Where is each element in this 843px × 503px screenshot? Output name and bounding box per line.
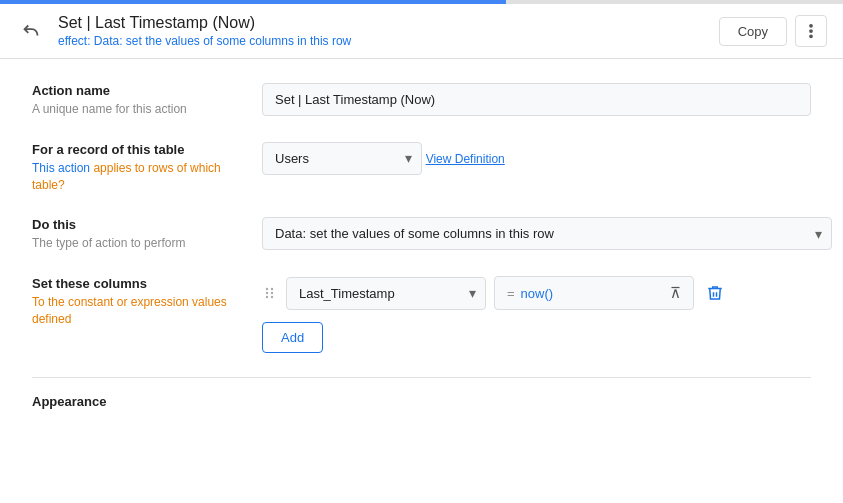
do-this-label: Do this <box>32 217 242 232</box>
add-column-button[interactable]: Add <box>262 322 323 353</box>
action-name-row: Action name A unique name for this actio… <box>32 83 811 118</box>
table-select-wrapper: Users Orders Products ▾ <box>262 142 422 175</box>
set-columns-label-col: Set these columns To the constant or exp… <box>32 276 262 328</box>
column-entry-row: Last_Timestamp ▾ = now() ⊼ <box>262 276 811 310</box>
do-this-label-col: Do this The type of action to perform <box>32 217 262 252</box>
appearance-section: Appearance <box>32 377 811 409</box>
header-subtitle: effect: Data: set the values of some col… <box>58 34 351 48</box>
header-left: Set | Last Timestamp (Now) effect: Data:… <box>16 14 351 48</box>
expression-editor-icon[interactable]: ⊼ <box>670 284 681 302</box>
svg-point-5 <box>266 296 268 298</box>
set-columns-label: Set these columns <box>32 276 242 291</box>
copy-button[interactable]: Copy <box>719 17 787 46</box>
svg-point-7 <box>271 292 273 294</box>
svg-point-8 <box>271 296 273 298</box>
for-record-row: For a record of this table This action a… <box>32 142 811 194</box>
header-title-group: Set | Last Timestamp (Now) effect: Data:… <box>58 14 351 48</box>
table-select[interactable]: Users Orders Products <box>262 142 422 175</box>
main-content: Action name A unique name for this actio… <box>0 59 843 492</box>
equals-sign: = <box>507 286 515 301</box>
svg-point-6 <box>271 288 273 290</box>
column-select-wrapper: Last_Timestamp ▾ <box>286 277 486 310</box>
action-name-control <box>262 83 811 116</box>
do-this-select[interactable]: Data: set the values of some columns in … <box>262 217 832 250</box>
view-definition-link[interactable]: View Definition <box>426 152 505 166</box>
more-button[interactable] <box>795 15 827 47</box>
for-record-control: Users Orders Products ▾ View Definition <box>262 142 811 175</box>
svg-point-0 <box>810 25 812 27</box>
action-name-description: A unique name for this action <box>32 101 242 118</box>
drag-handle-icon[interactable] <box>262 285 278 301</box>
svg-point-1 <box>810 30 812 32</box>
action-name-label-col: Action name A unique name for this actio… <box>32 83 262 118</box>
set-columns-description: To the constant or expression values def… <box>32 294 242 328</box>
for-record-description: This action applies to rows of which tab… <box>32 160 242 194</box>
expression-field: = now() ⊼ <box>494 276 694 310</box>
for-record-label-col: For a record of this table This action a… <box>32 142 262 194</box>
expression-value[interactable]: now() <box>521 286 554 301</box>
column-select[interactable]: Last_Timestamp <box>286 277 486 310</box>
do-this-select-wrapper: Data: set the values of some columns in … <box>262 217 832 250</box>
for-record-label: For a record of this table <box>32 142 242 157</box>
back-icon[interactable] <box>16 16 46 46</box>
delete-column-button[interactable] <box>702 280 728 306</box>
svg-point-3 <box>266 288 268 290</box>
header-title: Set | Last Timestamp (Now) <box>58 14 351 32</box>
action-name-input[interactable] <box>262 83 811 116</box>
appearance-title: Appearance <box>32 394 811 409</box>
header-right: Copy <box>719 15 827 47</box>
set-columns-control: Last_Timestamp ▾ = now() ⊼ <box>262 276 811 353</box>
set-columns-desc-text: To the constant or expression values def… <box>32 295 227 326</box>
do-this-row: Do this The type of action to perform Da… <box>32 217 811 252</box>
for-record-desc-action: This action <box>32 161 90 175</box>
do-this-control: Data: set the values of some columns in … <box>262 217 832 250</box>
svg-point-4 <box>266 292 268 294</box>
do-this-description: The type of action to perform <box>32 235 242 252</box>
header: Set | Last Timestamp (Now) effect: Data:… <box>0 4 843 59</box>
set-columns-row: Set these columns To the constant or exp… <box>32 276 811 353</box>
action-name-label: Action name <box>32 83 242 98</box>
svg-point-2 <box>810 35 812 37</box>
